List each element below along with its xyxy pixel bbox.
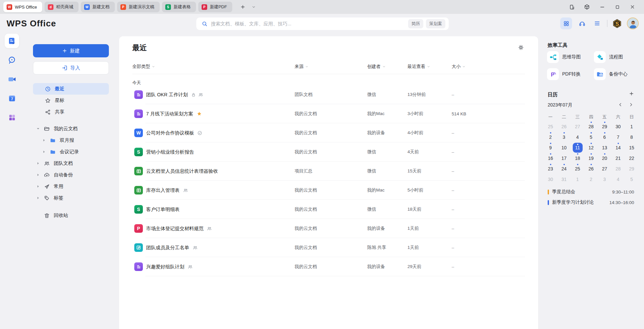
rail-item-apps[interactable] xyxy=(5,110,19,125)
calendar-day-26[interactable]: 26 xyxy=(557,121,571,132)
calendar-day-5[interactable]: 5 xyxy=(625,174,638,185)
calendar-next-button[interactable] xyxy=(628,102,633,107)
table-row[interactable]: 团队成员及分工名单我的云文档陈旭 共享1天前– xyxy=(132,238,525,257)
rail-item-messages[interactable] xyxy=(5,53,19,67)
minimize-icon[interactable] xyxy=(596,1,608,13)
add-event-button[interactable] xyxy=(629,91,634,96)
sidebar-tree-标签[interactable]: 标签 xyxy=(24,192,119,204)
search-bar[interactable]: 简历策划案 xyxy=(196,17,449,30)
calendar-prev-button[interactable] xyxy=(618,102,623,107)
calendar-day-2[interactable]: 2 xyxy=(584,174,598,185)
filter-来源[interactable]: 来源 xyxy=(295,64,367,70)
tab-稻壳商城[interactable]: d稻壳商城 xyxy=(45,2,79,12)
calendar-day-4[interactable]: 4 xyxy=(611,174,625,185)
search-input[interactable] xyxy=(211,21,405,26)
tab-新建PDF[interactable]: P新建PDF xyxy=(198,2,232,12)
mobile-link-icon[interactable] xyxy=(566,1,577,13)
tab-list-dropdown[interactable] xyxy=(252,5,256,9)
calendar-day-21[interactable]: 21 xyxy=(611,153,625,164)
calendar-day-4[interactable]: 4 xyxy=(571,132,584,142)
apps-grid-button[interactable] xyxy=(560,17,572,29)
calendar-day-16[interactable]: 16 xyxy=(544,153,557,164)
gear-icon[interactable] xyxy=(518,44,525,51)
tab-WPS Office[interactable]: WWPS Office xyxy=(3,2,42,12)
rail-item-calendar[interactable]: 7 xyxy=(5,91,19,105)
calendar-day-12[interactable]: 12 xyxy=(584,142,598,153)
tab-新建演示文稿[interactable]: P新建演示文稿 xyxy=(117,2,160,12)
table-row[interactable]: 库存出入管理表我的云文档我的Mac5小时前– xyxy=(132,181,525,200)
maximize-icon[interactable] xyxy=(612,1,623,13)
sidebar-item-回收站[interactable]: 回收站 xyxy=(24,210,119,221)
caret-right-icon[interactable] xyxy=(36,196,40,199)
calendar-day-27[interactable]: 27 xyxy=(571,121,584,132)
table-row[interactable]: 兴趣爱好组队计划我的云文档我的设备29天前– xyxy=(132,257,525,276)
table-row[interactable]: 团队 OKR 工作计划团队文档微信13分钟前– xyxy=(132,85,525,104)
rail-item-documents[interactable] xyxy=(5,34,19,48)
sidebar-item-星标[interactable]: 星标 xyxy=(33,95,109,106)
calendar-day-22[interactable]: 22 xyxy=(625,153,638,164)
calendar-day-28[interactable]: 28 xyxy=(584,121,598,132)
caret-down-icon[interactable] xyxy=(36,127,40,130)
svip-badge[interactable]: S xyxy=(612,18,622,29)
calendar-day-29[interactable]: 29 xyxy=(625,164,638,174)
table-row[interactable]: P市场主体登记提交材料规范我的云文档我的设备1天前– xyxy=(132,219,525,238)
table-row[interactable]: 7 月线下活动策划方案我的云文档我的Mac3小时前514 KB xyxy=(132,104,525,123)
calendar-day-14[interactable]: 14 xyxy=(611,142,625,153)
calendar-day-1[interactable]: 1 xyxy=(571,174,584,185)
calendar-day-7[interactable]: 7 xyxy=(611,132,625,142)
search-suggestion-tag[interactable]: 简历 xyxy=(408,19,423,28)
calendar-day-23[interactable]: 23 xyxy=(544,164,557,174)
tool-PDF转换[interactable]: PPDF转换 xyxy=(547,67,594,81)
calendar-day-27[interactable]: 27 xyxy=(598,164,611,174)
new-document-button[interactable]: 新建 xyxy=(33,44,109,57)
table-row[interactable]: 云文档管人员信息统计表理器验收项目汇总微信15天前– xyxy=(132,162,525,181)
calendar-day-30[interactable]: 30 xyxy=(544,174,557,185)
filter-全部类型[interactable]: 全部类型 xyxy=(132,64,295,70)
sidebar-tree-团队文档[interactable]: 团队文档 xyxy=(24,158,119,169)
calendar-day-26[interactable]: 26 xyxy=(584,164,598,174)
event-item[interactable]: 季度总结会9:30–11:00 xyxy=(548,187,634,197)
sandbox-icon[interactable] xyxy=(581,1,593,13)
calendar-day-18[interactable]: 18 xyxy=(571,153,584,164)
calendar-day-20[interactable]: 20 xyxy=(598,153,611,164)
calendar-day-3[interactable]: 3 xyxy=(557,132,571,142)
menu-button[interactable] xyxy=(592,18,602,29)
import-button[interactable]: 导入 xyxy=(33,61,109,75)
sidebar-item-共享[interactable]: 共享 xyxy=(33,106,109,118)
tool-流程图[interactable]: 流程图 xyxy=(594,50,640,64)
calendar-day-1[interactable]: 1 xyxy=(625,121,638,132)
caret-right-icon[interactable] xyxy=(42,139,46,142)
new-tab-button[interactable] xyxy=(237,1,248,13)
tool-备份中心[interactable]: 备份中心 xyxy=(594,67,640,81)
calendar-day-19[interactable]: 19 xyxy=(584,153,598,164)
sidebar-tree-自动备份[interactable]: 自动备份 xyxy=(24,169,119,181)
caret-right-icon[interactable] xyxy=(42,150,46,153)
sidebar-item-最近[interactable]: 最近 xyxy=(33,83,109,95)
calendar-day-9[interactable]: 9 xyxy=(544,142,557,153)
tab-新建表格[interactable]: S新建表格 xyxy=(162,2,196,12)
calendar-day-8[interactable]: 8 xyxy=(625,132,638,142)
calendar-day-5[interactable]: 5 xyxy=(584,132,598,142)
filter-最近查看[interactable]: 最近查看 xyxy=(407,64,452,70)
calendar-day-3[interactable]: 3 xyxy=(598,174,611,185)
calendar-day-17[interactable]: 17 xyxy=(557,153,571,164)
calendar-day-2[interactable]: 2 xyxy=(544,132,557,142)
calendar-day-25[interactable]: 25 xyxy=(544,121,557,132)
table-row[interactable]: W公司对外合作协议模板我的云文档我的设备4小时前– xyxy=(132,123,525,142)
calendar-day-15[interactable]: 15 xyxy=(625,142,638,153)
calendar-day-10[interactable]: 10 xyxy=(557,142,571,153)
filter-创建者[interactable]: 创建者 xyxy=(367,64,407,70)
calendar-day-28[interactable]: 28 xyxy=(611,164,625,174)
calendar-day-24[interactable]: 24 xyxy=(557,164,571,174)
tool-思维导图[interactable]: 思维导图 xyxy=(547,50,594,64)
rail-item-meetings[interactable] xyxy=(5,72,19,86)
avatar[interactable] xyxy=(627,17,639,29)
table-row[interactable]: S客户订单明细表我的云文档微信18天前– xyxy=(132,200,525,219)
headset-support-button[interactable] xyxy=(577,18,587,29)
calendar-day-30[interactable]: 30 xyxy=(611,121,625,132)
table-row[interactable]: S营销小组业绩分析报告我的云文档微信4天前– xyxy=(132,142,525,162)
calendar-day-11[interactable]: 11 xyxy=(571,142,584,153)
sidebar-tree-双月报[interactable]: 双月报 xyxy=(24,135,119,146)
calendar-day-31[interactable]: 31 xyxy=(557,174,571,185)
caret-right-icon[interactable] xyxy=(36,185,40,188)
